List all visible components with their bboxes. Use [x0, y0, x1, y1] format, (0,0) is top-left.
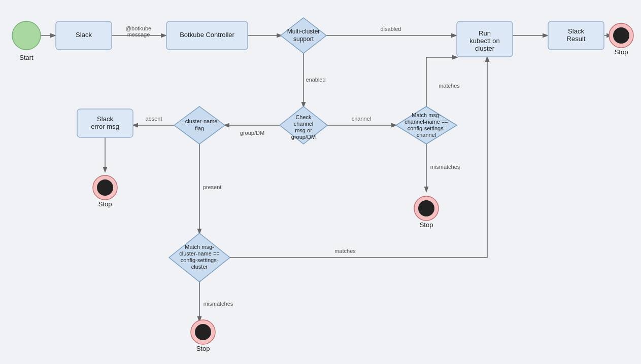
stop-bottom-inner: [195, 324, 211, 340]
match-cluster-label1: Match msg-: [185, 244, 214, 250]
check-channel-label3: msg or: [295, 127, 312, 133]
multi-cluster-label1: Multi-cluster: [287, 28, 320, 35]
check-channel-label1: Check: [295, 114, 312, 120]
kubectl-label1: Run: [479, 29, 491, 37]
match-cluster-label4: cluster: [191, 264, 208, 270]
cluster-flag-label2: flag: [195, 125, 204, 131]
match-channel-label1: Match msg-: [412, 112, 441, 118]
match-channel-label2: channel-name ==: [404, 119, 448, 125]
start-label: Start: [19, 54, 33, 61]
check-channel-label2: channel: [294, 121, 314, 127]
match-cluster-label2: cluster-name ==: [179, 250, 219, 257]
slack-label: Slack: [76, 31, 92, 39]
stop-top-label: Stop: [615, 48, 628, 56]
slack-result-label1: Slack: [568, 27, 584, 35]
stop-left-label: Stop: [98, 200, 112, 208]
start-node: [12, 21, 41, 50]
edge-label-mismatcheschannel: mismatches: [430, 164, 460, 170]
stop-bottom-label: Stop: [196, 345, 210, 352]
edge-label-mismatchescluster: mismatches: [204, 301, 233, 307]
slack-result-label2: Result: [567, 35, 586, 43]
edge-label-present: present: [203, 184, 222, 190]
check-channel-label4: group/DM: [291, 134, 316, 140]
kubectl-label2: kubectl on: [469, 37, 499, 45]
stop-top-inner: [613, 27, 629, 44]
slack-error-label1: Slack: [97, 115, 113, 123]
edge-label-botkube-message: @botkube: [126, 25, 151, 31]
multi-cluster-label2: support: [293, 35, 314, 43]
flow-diagram: @botkube message disabled enabled group/…: [0, 0, 641, 364]
kubectl-label3: cluster: [475, 45, 495, 52]
match-channel-label3: config-settings-: [408, 125, 446, 131]
match-channel-label4: channel: [417, 132, 436, 138]
edge-label-groupdm: group/DM: [240, 130, 264, 136]
stop-mid-label: Stop: [420, 221, 433, 229]
match-cluster-label3: config-settings-: [181, 257, 219, 263]
edge-label-matcheschannel: matches: [438, 83, 460, 89]
edge-label-channel: channel: [352, 116, 372, 122]
stop-mid-inner: [418, 200, 434, 216]
edge-label-botkube-message2: message: [127, 31, 150, 38]
edge-label-enabled: enabled: [306, 77, 325, 83]
cluster-flag-label1: --cluster-name: [182, 118, 218, 124]
stop-left-inner: [97, 179, 113, 196]
slack-error-label2: error msg: [91, 123, 119, 130]
edge-label-disabled: disabled: [381, 26, 401, 32]
botkube-label: Botkube Controller: [180, 31, 234, 39]
edge-label-matchescluster: matches: [334, 248, 356, 254]
edge-label-absent: absent: [145, 116, 162, 122]
